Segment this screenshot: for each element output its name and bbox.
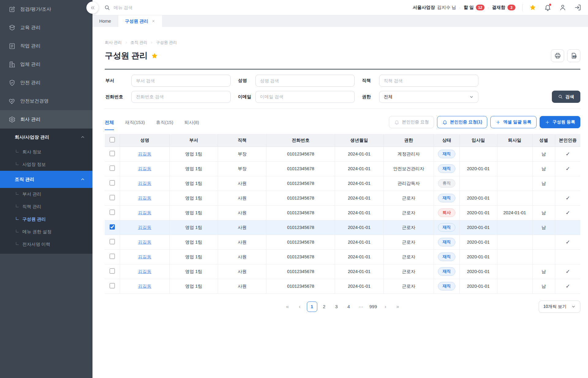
sidebar-item-education[interactable]: 교육 관리 [0, 18, 92, 37]
submenu-group-company-site[interactable]: 회사/사업장 관리 [0, 129, 92, 146]
row-checkbox[interactable] [110, 283, 115, 288]
dept-search-input[interactable] [131, 75, 231, 87]
sidebar-item-company[interactable]: 회사 관리 [0, 110, 92, 129]
member-name-link[interactable]: 김길동 [138, 254, 152, 259]
page-button-3[interactable]: 3 [331, 301, 342, 312]
tab-home[interactable]: Home [92, 15, 118, 27]
status-tab-active[interactable]: 재직(153) [125, 120, 145, 130]
sidebar-item-safety[interactable]: 안전 관리 [0, 73, 92, 92]
phone-search-input[interactable] [131, 91, 231, 103]
row-checkbox[interactable] [110, 195, 115, 200]
sidebar-item-inspection[interactable]: 점검/평가/조사 [0, 0, 92, 18]
page-size-select[interactable]: 10개씩 보기 [539, 301, 580, 313]
excel-download-button[interactable]: xlsx [567, 49, 580, 62]
cell-verified: ✓ [555, 191, 580, 205]
request-auth-button[interactable]: 본인인증 요청(1) [437, 116, 487, 128]
member-name-link[interactable]: 김길동 [138, 225, 152, 230]
bookmark-star-icon[interactable] [151, 52, 158, 59]
field-label-phone: 전화번호 [105, 94, 131, 100]
sidebar-item-menu-permission[interactable]: 메뉴 권한 설정 [0, 226, 92, 238]
page-button-2[interactable]: 2 [319, 301, 330, 312]
sidebar-item-member-mgmt[interactable]: 구성원 관리 [0, 213, 92, 226]
user-profile-icon[interactable] [559, 4, 566, 11]
todo-label[interactable]: 할 일 [464, 5, 474, 10]
logout-icon[interactable] [574, 4, 581, 11]
notification-bell-icon[interactable] [544, 4, 551, 11]
status-tab-rest[interactable]: 휴직(15) [156, 120, 173, 130]
cell-name: 김길동 [120, 161, 170, 176]
member-name-link[interactable]: 김길동 [138, 240, 152, 245]
print-button[interactable] [551, 49, 564, 62]
row-checkbox[interactable] [110, 180, 115, 185]
page-button-1[interactable]: 1 [307, 301, 317, 312]
first-page-button[interactable]: « [282, 301, 293, 312]
request-auth-disabled-button[interactable]: 본인인증 요청 [389, 116, 434, 128]
prev-page-button[interactable]: ‹ [295, 301, 305, 312]
sidebar-item-shm[interactable]: 안전보건경영 [0, 92, 92, 110]
row-checkbox[interactable] [110, 151, 115, 156]
approval-count-badge[interactable]: 3 [507, 5, 515, 10]
cell-title: 사원 [218, 205, 266, 220]
member-name-link[interactable]: 김길동 [138, 196, 152, 200]
sidebar-item-vendor[interactable]: 업체 관리 [0, 55, 92, 73]
member-name-link[interactable]: 김길동 [138, 166, 152, 171]
table-row: 김길동영업 1팀부장010123456782024-01-01계정관리자재직남✓ [105, 147, 580, 161]
sidebar-item-title-mgmt[interactable]: 직책 관리 [0, 200, 92, 213]
cell-name: 김길동 [120, 147, 170, 161]
menu-search-input[interactable] [114, 5, 212, 10]
status-tab-retired[interactable]: 퇴사(8) [184, 120, 199, 130]
sidebar-item-dept-mgmt[interactable]: 부서 관리 [0, 188, 92, 200]
status-badge: 휴직 [438, 179, 455, 188]
xlsx-file-icon: xlsx [571, 52, 577, 59]
page-button-4[interactable]: 4 [344, 301, 354, 312]
breadcrumb-item[interactable]: 조직 관리 [130, 40, 148, 45]
sidebar-item-task[interactable]: 작업 관리 [0, 37, 92, 55]
tab-member-mgmt[interactable]: 구성원 관리 [118, 15, 162, 27]
cell-phone: 01012345678 [266, 205, 335, 220]
member-name-link[interactable]: 김길동 [138, 181, 152, 186]
close-icon[interactable] [152, 19, 155, 23]
last-page-button[interactable]: » [393, 301, 403, 312]
next-page-button[interactable]: › [380, 301, 391, 312]
email-search-input[interactable] [255, 91, 355, 103]
status-tab-all[interactable]: 전체 [105, 120, 114, 130]
member-name-link[interactable]: 김길동 [138, 152, 152, 156]
favorite-star-icon[interactable] [529, 4, 536, 11]
pagination: « ‹ 1 2 3 4 ··· 999 › » [282, 301, 403, 312]
row-checkbox[interactable] [110, 268, 115, 274]
member-name-link[interactable]: 김길동 [138, 269, 152, 274]
search-button[interactable]: 검색 [552, 91, 580, 103]
bell-icon [394, 120, 399, 125]
sub-item-label: 구성원 관리 [22, 216, 46, 222]
row-checkbox[interactable] [110, 254, 115, 259]
sidebar-item-site-info[interactable]: 사업장 정보 [0, 158, 92, 171]
cell-title: 사원 [218, 176, 266, 191]
breadcrumb-item[interactable]: 회사 관리 [105, 40, 122, 45]
name-search-input[interactable] [255, 75, 355, 87]
sidebar-collapse-button[interactable] [86, 2, 99, 14]
sidebar-item-esign-history[interactable]: 전자서명 이력 [0, 238, 92, 251]
row-checkbox-cell [105, 235, 120, 249]
excel-bulk-upload-button[interactable]: 엑셀 일괄 등록 [490, 116, 537, 128]
sidebar-item-company-info[interactable]: 회사 정보 [0, 146, 92, 158]
user-name: 김지수 님 [437, 5, 456, 10]
row-checkbox[interactable] [110, 224, 115, 230]
todo-count-badge[interactable]: 12 [476, 5, 484, 10]
role-select[interactable]: 전체 [379, 91, 478, 103]
add-member-button[interactable]: 구성원 등록 [540, 116, 580, 128]
row-checkbox[interactable] [110, 210, 115, 215]
row-checkbox[interactable] [110, 239, 115, 244]
cell-verified: ✓ [555, 235, 580, 249]
member-name-link[interactable]: 김길동 [138, 284, 152, 289]
cell-phone: 01012345678 [266, 249, 335, 264]
row-checkbox-cell [105, 161, 120, 176]
breadcrumb-item[interactable]: 구성원 관리 [156, 40, 177, 45]
row-checkbox[interactable] [110, 166, 115, 171]
title-search-input[interactable] [379, 75, 478, 87]
submenu-group-organization[interactable]: 조직 관리 [0, 171, 92, 188]
cell-name: 김길동 [120, 235, 170, 249]
member-name-link[interactable]: 김길동 [138, 210, 152, 215]
select-all-checkbox[interactable] [110, 137, 115, 142]
approval-label[interactable]: 결재함 [492, 5, 506, 10]
page-button-last[interactable]: 999 [368, 301, 379, 312]
